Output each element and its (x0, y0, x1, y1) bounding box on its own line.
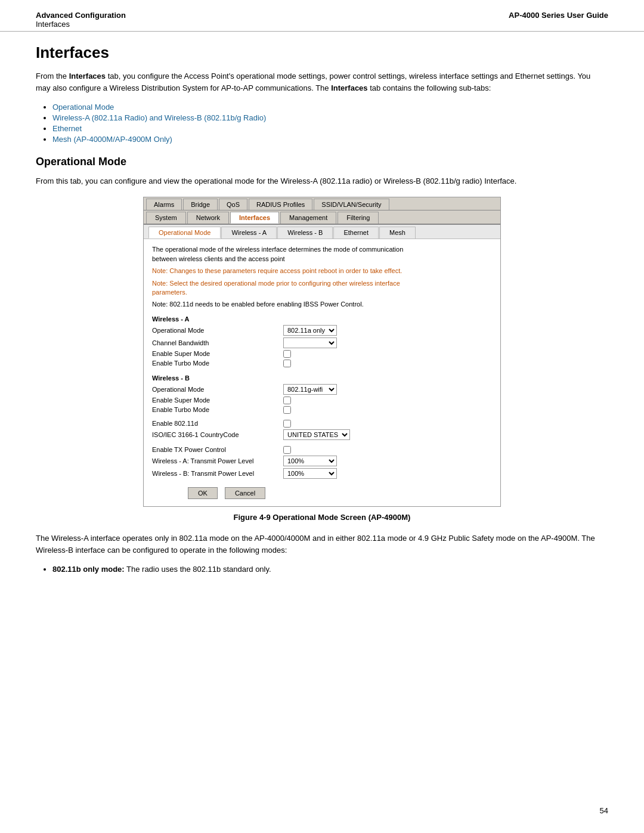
page-title: Interfaces (36, 44, 608, 62)
country-code-control[interactable]: UNITED STATES (283, 429, 350, 440)
enable-tx-power-control[interactable] (283, 446, 291, 454)
bottom-tab-bar: System Network Interfaces Management Fil… (144, 210, 500, 225)
field-row-wireless-a-power: Wireless - A: Transmit Power Level 100% (152, 456, 492, 466)
field-row-country-code: ISO/IEC 3166-1 CountryCode UNITED STATES (152, 429, 492, 440)
nav-link-wireless[interactable]: Wireless-A (802.11a Radio) and Wireless-… (52, 113, 266, 122)
inner-tab-mesh[interactable]: Mesh (379, 227, 416, 239)
field-row-wireless-b-power: Wireless - B: Transmit Power Level 100% (152, 468, 492, 479)
tab-interfaces[interactable]: Interfaces (230, 212, 279, 224)
tab-management[interactable]: Management (280, 212, 336, 224)
enable-tx-power-label: Enable TX Power Control (152, 446, 283, 453)
note-reboot: Note: Changes to these parameters requir… (152, 267, 492, 275)
inner-tab-wireless-b[interactable]: Wireless - B (277, 227, 333, 239)
wireless-a-opmode-label: Operational Mode (152, 327, 283, 334)
country-code-label: ISO/IEC 3166-1 CountryCode (152, 431, 283, 438)
enable-80211d-label: Enable 802.11d (152, 420, 283, 427)
tab-bridge[interactable]: Bridge (183, 199, 218, 210)
nav-link-item[interactable]: Wireless-A (802.11a Radio) and Wireless-… (52, 113, 608, 122)
page-number: 54 (600, 806, 608, 815)
tab-ssid-vlan-security[interactable]: SSID/VLAN/Security (314, 199, 389, 210)
wireless-b-opmode-control[interactable]: 802.11g-wifi (283, 384, 337, 395)
inner-tab-ethernet[interactable]: Ethernet (333, 227, 379, 239)
enable-turbo-mode-a-control[interactable] (283, 360, 291, 367)
wireless-b-power-control[interactable]: 100% (283, 468, 337, 479)
tab-radius-profiles[interactable]: RADIUS Profiles (249, 199, 312, 210)
enable-super-mode-a-checkbox[interactable] (283, 350, 291, 358)
nav-link-item[interactable]: Operational Mode (52, 103, 608, 112)
nav-link-operational-mode[interactable]: Operational Mode (52, 103, 114, 112)
page-header: Advanced Configuration Interfaces AP-400… (0, 0, 644, 32)
wireless-b-power-label: Wireless - B: Transmit Power Level (152, 470, 283, 477)
main-content: Interfaces From the Interfaces tab, you … (0, 32, 644, 605)
tab-filtering[interactable]: Filtering (338, 212, 379, 224)
enable-super-mode-b-control[interactable] (283, 397, 291, 404)
cancel-button[interactable]: Cancel (225, 487, 265, 499)
wireless-a-power-control[interactable]: 100% (283, 456, 337, 466)
nav-link-mesh[interactable]: Mesh (AP-4000M/AP-4900M Only) (52, 135, 172, 144)
wireless-a-opmode-control[interactable]: 802.11a only (283, 325, 337, 336)
nav-link-item[interactable]: Ethernet (52, 124, 608, 133)
enable-super-mode-a-label: Enable Super Mode (152, 350, 283, 357)
ok-button[interactable]: OK (188, 487, 218, 499)
field-row-channel-bandwidth: Channel Bandwidth (152, 337, 492, 348)
tab-system[interactable]: System (146, 212, 186, 224)
bullet-item-80211b: 802.11b only mode: The radio uses the 80… (52, 563, 608, 575)
header-right: AP-4000 Series User Guide (509, 11, 608, 20)
tab-network[interactable]: Network (187, 212, 229, 224)
wireless-b-label: Wireless - B (152, 374, 492, 382)
field-row-enable-super-mode-a: Enable Super Mode (152, 350, 492, 358)
top-tab-bar: Alarms Bridge QoS RADIUS Profiles SSID/V… (144, 197, 500, 210)
enable-tx-power-checkbox[interactable] (283, 446, 291, 454)
field-row-enable-turbo-mode-a: Enable Turbo Mode (152, 360, 492, 367)
nav-links-list: Operational Mode Wireless-A (802.11a Rad… (52, 103, 608, 144)
section-operational-mode-title: Operational Mode (36, 156, 608, 168)
enable-80211d-checkbox[interactable] (283, 420, 291, 428)
field-row-enable-turbo-mode-b: Enable Turbo Mode (152, 406, 492, 414)
wireless-a-power-label: Wireless - A: Transmit Power Level (152, 457, 283, 465)
inner-tab-operational-mode[interactable]: Operational Mode (148, 227, 221, 239)
field-row-wireless-a-opmode: Operational Mode 802.11a only (152, 325, 492, 336)
enable-turbo-mode-b-checkbox[interactable] (283, 406, 291, 414)
enable-turbo-mode-b-control[interactable] (283, 406, 291, 414)
wireless-b-opmode-label: Operational Mode (152, 386, 283, 393)
country-code-select[interactable]: UNITED STATES (283, 429, 350, 440)
bullet-list: 802.11b only mode: The radio uses the 80… (52, 563, 608, 575)
channel-bandwidth-control[interactable] (283, 337, 337, 348)
figure-caption: Figure 4-9 Operational Mode Screen (AP-4… (36, 513, 608, 522)
panel-content: The operational mode of the wireless int… (144, 239, 500, 506)
enable-super-mode-b-checkbox[interactable] (283, 397, 291, 404)
enable-80211d-control[interactable] (283, 420, 291, 428)
enable-turbo-mode-a-label: Enable Turbo Mode (152, 360, 283, 367)
enable-super-mode-b-label: Enable Super Mode (152, 397, 283, 404)
enable-turbo-mode-a-checkbox[interactable] (283, 360, 291, 367)
wireless-b-opmode-select[interactable]: 802.11g-wifi (283, 384, 337, 395)
tab-alarms[interactable]: Alarms (146, 199, 182, 210)
enable-super-mode-a-control[interactable] (283, 350, 291, 358)
tab-qos[interactable]: QoS (219, 199, 247, 210)
note-80211d: Note: 802.11d needs to be enabled before… (152, 300, 492, 309)
screenshot-container: Alarms Bridge QoS RADIUS Profiles SSID/V… (143, 197, 501, 506)
inner-tab-wireless-a[interactable]: Wireless - A (221, 227, 277, 239)
field-row-enable-super-mode-b: Enable Super Mode (152, 397, 492, 404)
bottom-text: The Wireless-A interface operates only i… (36, 532, 596, 556)
inner-tab-bar: Operational Mode Wireless - A Wireless -… (144, 225, 500, 239)
header-advanced-config: Advanced Configuration (36, 11, 126, 20)
channel-bandwidth-label: Channel Bandwidth (152, 339, 283, 346)
nav-link-ethernet[interactable]: Ethernet (52, 124, 82, 133)
nav-link-item[interactable]: Mesh (AP-4000M/AP-4900M Only) (52, 135, 608, 144)
wireless-a-power-select[interactable]: 100% (283, 456, 337, 466)
field-row-enable-tx-power: Enable TX Power Control (152, 446, 492, 454)
note-operational-mode: The operational mode of the wireless int… (152, 245, 492, 264)
channel-bandwidth-select[interactable] (283, 337, 337, 348)
wireless-a-label: Wireless - A (152, 315, 492, 323)
field-row-wireless-b-opmode: Operational Mode 802.11g-wifi (152, 384, 492, 395)
wireless-a-opmode-select[interactable]: 802.11a only (283, 325, 337, 336)
note-select-mode: Note: Select the desired operational mod… (152, 279, 492, 298)
intro-text: From the Interfaces tab, you configure t… (36, 70, 596, 94)
enable-turbo-mode-b-label: Enable Turbo Mode (152, 406, 283, 413)
section-intro: From this tab, you can configure and vie… (36, 175, 596, 187)
wireless-b-power-select[interactable]: 100% (283, 468, 337, 479)
field-row-enable-80211d: Enable 802.11d (152, 420, 492, 428)
header-left: Advanced Configuration Interfaces (36, 11, 126, 29)
header-interfaces-subtitle: Interfaces (36, 20, 126, 29)
